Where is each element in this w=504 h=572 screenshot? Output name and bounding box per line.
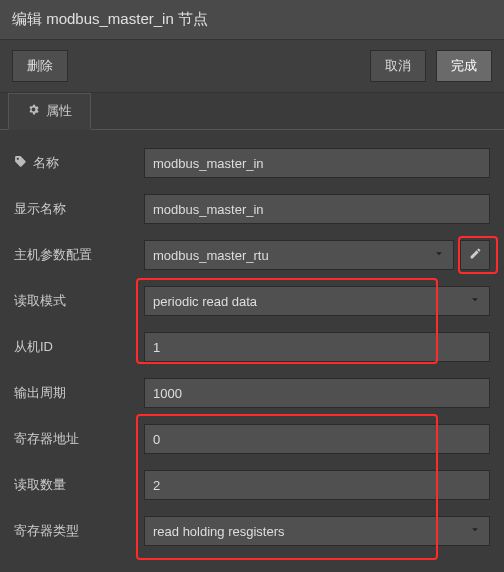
gear-icon [27,103,40,119]
read-count-input[interactable] [144,470,490,500]
name-input[interactable] [144,148,490,178]
label-read-mode: 读取模式 [14,292,144,310]
label-display-name: 显示名称 [14,200,144,218]
label-host-config: 主机参数配置 [14,246,144,264]
delete-button[interactable]: 删除 [12,50,68,82]
reg-addr-input[interactable] [144,424,490,454]
toolbar: 删除 取消 完成 [0,40,504,93]
edit-host-config-button[interactable] [460,240,490,270]
form: 名称 显示名称 主机参数配置 读取模式 从机ID 输出周期 寄存器地 [0,130,504,572]
cancel-button[interactable]: 取消 [370,50,426,82]
label-name-text: 名称 [33,154,59,172]
label-name: 名称 [14,154,144,172]
output-period-input[interactable] [144,378,490,408]
tab-bar: 属性 [0,93,504,130]
tab-properties[interactable]: 属性 [8,93,91,130]
read-mode-select[interactable] [144,286,490,316]
pencil-icon [469,247,482,263]
label-slave-id: 从机ID [14,338,144,356]
tab-properties-label: 属性 [46,102,72,120]
reg-type-select[interactable] [144,516,490,546]
slave-id-input[interactable] [144,332,490,362]
dialog-title: 编辑 modbus_master_in 节点 [0,0,504,40]
label-reg-addr: 寄存器地址 [14,430,144,448]
host-config-select[interactable] [144,240,454,270]
tag-icon [14,155,27,171]
display-name-input[interactable] [144,194,490,224]
label-reg-type: 寄存器类型 [14,522,144,540]
done-button[interactable]: 完成 [436,50,492,82]
label-output-period: 输出周期 [14,384,144,402]
label-read-count: 读取数量 [14,476,144,494]
